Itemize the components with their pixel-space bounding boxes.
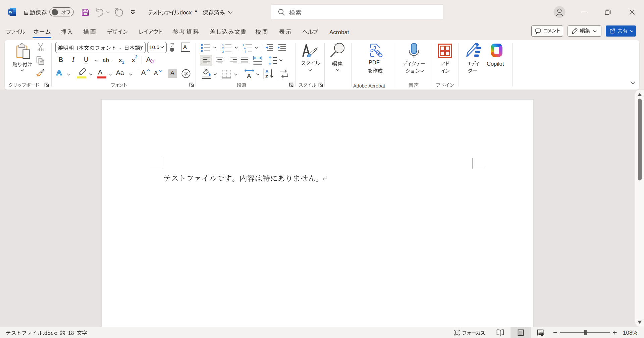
svg-text:A: A bbox=[265, 69, 269, 74]
svg-text:A: A bbox=[247, 72, 251, 79]
svg-text:W: W bbox=[9, 10, 12, 14]
svg-text:Z: Z bbox=[265, 74, 268, 79]
svg-text:3: 3 bbox=[222, 50, 224, 53]
svg-text:i: i bbox=[245, 50, 246, 53]
